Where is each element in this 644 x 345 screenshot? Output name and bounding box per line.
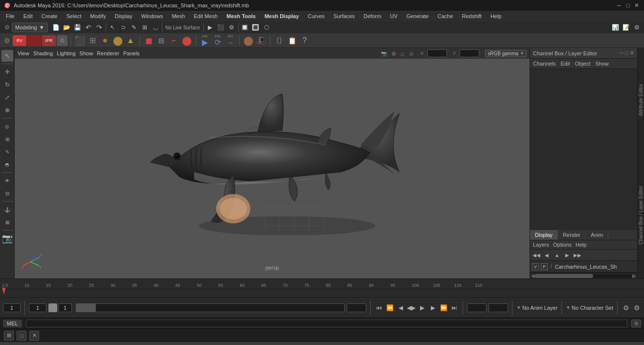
- vp-icon-smooth[interactable]: ◎: [409, 51, 414, 56]
- pb-goto-start[interactable]: ⏮: [375, 303, 383, 312]
- menu-display[interactable]: Display: [111, 12, 136, 20]
- tool-isolate[interactable]: ⊟: [1, 187, 13, 199]
- tool-move[interactable]: ✛: [1, 66, 13, 78]
- menu-help[interactable]: Help: [487, 12, 506, 20]
- rp-nav-prev[interactable]: ◀: [542, 251, 551, 259]
- toolbar-misc2[interactable]: 🔳: [250, 22, 261, 33]
- toolbar-channel-box[interactable]: 📊: [610, 22, 621, 33]
- viewport-menu-shading[interactable]: Shading: [33, 50, 53, 56]
- menu-select[interactable]: Select: [63, 12, 86, 20]
- menu-surfaces[interactable]: Surfaces: [330, 12, 358, 20]
- ch-tab-channels[interactable]: Channels: [533, 61, 555, 67]
- rp-sub-layers[interactable]: Layers: [533, 242, 549, 248]
- shelf-help[interactable]: ?: [299, 35, 311, 46]
- ch-tab-object[interactable]: Object: [575, 61, 590, 67]
- tool-universal[interactable]: ⊕: [1, 104, 13, 116]
- shelf-settings[interactable]: ⚙: [57, 35, 67, 46]
- workflow-gear[interactable]: ⚙: [2, 23, 12, 32]
- toolbar-undo[interactable]: ↶: [83, 22, 94, 33]
- shelf-gear[interactable]: ⚙: [2, 36, 12, 46]
- vp-x-field[interactable]: 0.00: [427, 49, 447, 57]
- range-start-input[interactable]: 120: [467, 303, 487, 312]
- rp-maximize[interactable]: □: [625, 50, 628, 56]
- menu-edit[interactable]: Edit: [20, 12, 37, 20]
- frame-range-thumb[interactable]: [76, 304, 96, 312]
- viewport-menu-renderer[interactable]: Renderer: [97, 50, 119, 56]
- rp-scroll-right[interactable]: ▶: [632, 273, 636, 278]
- toolbar-render-btn1[interactable]: ▶: [205, 22, 216, 33]
- shelf-render-sphere[interactable]: ⬤: [243, 35, 254, 46]
- layer-visibility[interactable]: V: [532, 263, 539, 270]
- shelf-rv[interactable]: RV: [13, 35, 26, 46]
- menu-uv[interactable]: UV: [386, 12, 401, 20]
- tool-snap[interactable]: ⊞: [1, 133, 13, 145]
- viewport-menu-view[interactable]: View: [18, 50, 29, 56]
- ch-tab-show[interactable]: Show: [595, 61, 609, 67]
- shelf-render-hat[interactable]: 🎩: [255, 35, 267, 46]
- rp-nav-up[interactable]: ▲: [553, 251, 561, 259]
- command-input[interactable]: [26, 320, 627, 327]
- ch-tab-edit[interactable]: Edit: [560, 61, 570, 67]
- shelf-log[interactable]: 📋: [286, 35, 298, 46]
- rp-nav-forward[interactable]: ▶▶: [573, 251, 582, 259]
- vp-icon-poly[interactable]: △: [400, 51, 404, 56]
- shelf-stretch[interactable]: ⊟: [155, 35, 167, 46]
- anim-settings2[interactable]: ⚙: [632, 303, 641, 312]
- range-end-input[interactable]: 200: [489, 303, 508, 312]
- pb-next-key[interactable]: ⏩: [439, 303, 448, 312]
- rp-scroll-left[interactable]: ◀: [531, 273, 535, 278]
- menu-windows[interactable]: Windows: [137, 12, 167, 20]
- toolbar-render-btn2[interactable]: ⬛: [216, 22, 226, 33]
- rp-tab-render[interactable]: Render: [558, 230, 586, 240]
- shelf-hook[interactable]: ⌐: [168, 35, 180, 46]
- toolbar-tool-settings[interactable]: ⚙: [631, 22, 642, 33]
- toolbar-redo[interactable]: ↷: [94, 22, 105, 33]
- toolbar-attr-editor[interactable]: 📝: [621, 22, 631, 33]
- rp-nav-next[interactable]: ▶: [563, 251, 572, 259]
- menu-file[interactable]: File: [2, 12, 19, 20]
- viewport[interactable]: View Shading Lighting Show Renderer Pane…: [15, 48, 530, 278]
- shelf-cylinder[interactable]: ⬤: [112, 35, 124, 46]
- shelf-pr2[interactable]: ⟳: [212, 39, 223, 46]
- shelf-code[interactable]: ⟨⟩: [273, 35, 285, 46]
- pb-prev-key[interactable]: ⏪: [385, 303, 394, 312]
- rp-sub-help[interactable]: Help: [576, 242, 587, 248]
- vp-icon-cam[interactable]: 📷: [381, 51, 387, 56]
- shelf-grid[interactable]: ⊞: [87, 35, 98, 46]
- toolbar-lasso[interactable]: ⊃: [118, 22, 129, 33]
- rp-tab-display[interactable]: Display: [530, 230, 558, 240]
- tool-snap-together[interactable]: ⊠: [1, 216, 13, 228]
- menu-cache[interactable]: Cache: [434, 12, 457, 20]
- minimize-button[interactable]: ─: [616, 2, 622, 9]
- tool-sculpt[interactable]: ◓: [1, 159, 13, 170]
- end-frame-input[interactable]: 120: [347, 303, 366, 312]
- toolbar-misc1[interactable]: 🔲: [240, 22, 250, 33]
- shelf-cube-black[interactable]: ⬛: [74, 35, 86, 46]
- playhead[interactable]: [2, 288, 6, 295]
- rp-tab-anim[interactable]: Anim: [586, 230, 608, 240]
- workflow-dropdown[interactable]: Modeling ▼: [12, 23, 48, 32]
- shelf-pr3[interactable]: →: [224, 39, 236, 46]
- shelf-ipr2[interactable]: IPR: [42, 35, 56, 46]
- vp-y-field[interactable]: 1.00: [460, 49, 479, 57]
- tool-camera[interactable]: 📷: [1, 232, 13, 244]
- taskbar-btn-1[interactable]: ⊞: [4, 331, 14, 341]
- tool-show-hide[interactable]: 👁: [1, 175, 13, 186]
- toolbar-new[interactable]: 📄: [51, 22, 62, 33]
- shelf-red-cube[interactable]: ◼: [143, 35, 155, 46]
- menu-mesh[interactable]: Mesh: [168, 12, 189, 20]
- toolbar-save[interactable]: 💾: [72, 22, 83, 33]
- anim-settings1[interactable]: ⚙: [622, 303, 630, 312]
- close-button[interactable]: ✕: [633, 2, 640, 9]
- pb-play[interactable]: ▶: [418, 303, 426, 312]
- tool-scale[interactable]: ⤢: [1, 92, 13, 103]
- rp-scrollbar-thumb[interactable]: [535, 274, 593, 278]
- menu-mesh-display[interactable]: Mesh Display: [261, 12, 303, 20]
- menu-create[interactable]: Create: [38, 12, 62, 20]
- menu-generate[interactable]: Generate: [402, 12, 433, 20]
- shelf-sphere2[interactable]: ⬤: [181, 35, 193, 46]
- color-space-dropdown[interactable]: sRGB gamma ▼: [485, 50, 527, 57]
- toolbar-misc3[interactable]: ⬡: [261, 22, 272, 33]
- shelf-pr1[interactable]: ▶: [199, 39, 211, 46]
- current-frame-input[interactable]: [3, 303, 21, 312]
